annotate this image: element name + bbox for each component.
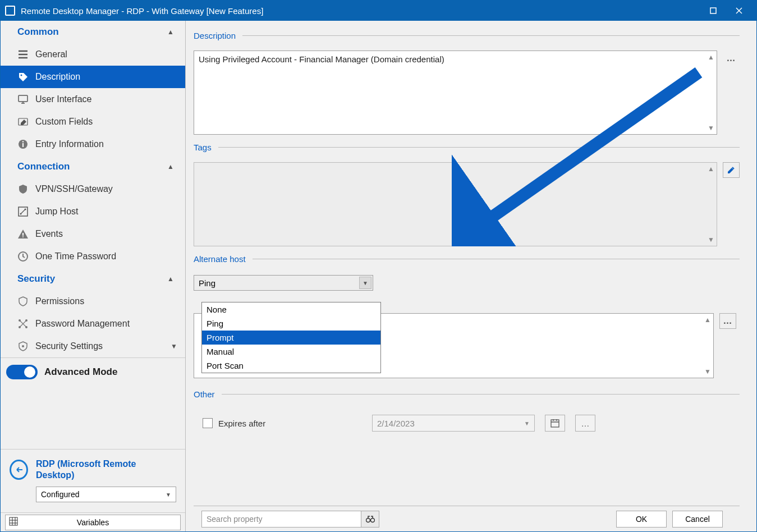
rdp-icon (10, 460, 28, 480)
nav-label: One Time Password (35, 251, 116, 262)
nav-label: Entry Information (35, 139, 104, 149)
monitor-icon (17, 94, 29, 105)
titlebar: Remote Desktop Manager - RDP - With Gate… (1, 1, 756, 21)
search-property-input[interactable]: Search property (201, 511, 361, 528)
window-title: Remote Desktop Manager - RDP - With Gate… (21, 6, 700, 16)
tags-edit-button[interactable] (723, 162, 740, 178)
nav-permissions[interactable]: Permissions (1, 290, 185, 313)
description-group: Description (194, 31, 740, 40)
option-prompt[interactable]: Prompt (202, 331, 380, 345)
cancel-button[interactable]: Cancel (672, 511, 723, 528)
nav-custom-fields[interactable]: Custom Fields (1, 111, 185, 133)
other-group: Other (194, 389, 740, 399)
option-ping[interactable]: Ping (202, 317, 380, 331)
detail-panel: Description Using Privileged Account - F… (186, 21, 756, 531)
rdp-sub-panel: RDP (Microsoft Remote Desktop) Configure… (1, 449, 185, 512)
shield-gear-icon (17, 341, 29, 352)
svg-point-23 (366, 518, 370, 522)
warning-icon (17, 228, 29, 240)
description-more-button[interactable]: … (723, 51, 740, 66)
calendar-button[interactable] (545, 415, 565, 432)
nav-description[interactable]: Description (1, 66, 185, 88)
alternate-host-mode-dropdown: None Ping Prompt Manual Port Scan (201, 302, 381, 373)
section-label: Connection (17, 161, 70, 172)
maximize-button[interactable] (700, 1, 726, 21)
scroll-down-icon[interactable]: ▼ (704, 368, 711, 375)
svg-rect-7 (22, 143, 24, 147)
nav-password-management[interactable]: Password Management (1, 313, 185, 335)
svg-point-24 (370, 518, 374, 522)
nav-label: VPN/SSH/Gateway (35, 184, 113, 194)
advanced-mode-toggle[interactable] (6, 365, 38, 379)
nav-label: Description (35, 72, 80, 82)
tags-box[interactable]: ▲ ▼ (194, 162, 717, 246)
scroll-down-icon[interactable]: ▼ (708, 124, 714, 132)
footer: Search property OK Cancel (194, 506, 740, 531)
section-connection[interactable]: Connection ▲ (1, 155, 185, 178)
nav-vpn-ssh-gateway[interactable]: VPN/SSH/Gateway (1, 178, 185, 200)
svg-rect-12 (22, 233, 24, 236)
binoculars-icon (366, 515, 375, 523)
info-icon (17, 139, 29, 150)
nav-label: Custom Fields (35, 117, 93, 127)
nav-user-interface[interactable]: User Interface (1, 88, 185, 111)
nav-jump-host[interactable]: Jump Host (1, 200, 185, 223)
alternate-host-mode-combo[interactable]: Ping ▼ (194, 275, 373, 291)
expires-after-checkbox[interactable] (203, 418, 213, 428)
scroll-up-icon[interactable]: ▲ (708, 53, 714, 61)
option-port-scan[interactable]: Port Scan (202, 359, 380, 373)
chevron-up-icon: ▲ (167, 163, 174, 171)
svg-rect-21 (551, 420, 559, 427)
configured-combo[interactable]: Configured ▼ (36, 487, 176, 502)
section-label: Common (17, 26, 59, 38)
svg-point-3 (21, 75, 22, 76)
configured-value: Configured (41, 490, 80, 499)
svg-rect-20 (10, 517, 17, 525)
section-common[interactable]: Common ▲ (1, 21, 185, 43)
expires-after-date[interactable]: 2/14/2023 ▼ (372, 415, 535, 432)
nav-label: Security Settings (35, 341, 103, 351)
clock-icon (17, 251, 29, 262)
scroll-up-icon[interactable]: ▲ (704, 316, 711, 324)
option-manual[interactable]: Manual (202, 345, 380, 359)
nav-security-settings[interactable]: Security Settings ▼ (1, 335, 185, 357)
svg-rect-4 (19, 95, 27, 102)
advanced-mode-label: Advanced Mode (44, 366, 117, 378)
svg-rect-0 (710, 8, 716, 13)
chevron-down-icon[interactable]: ▼ (359, 277, 371, 289)
nav-otp[interactable]: One Time Password (1, 245, 185, 268)
variables-button[interactable]: Variables (5, 515, 181, 530)
sidebar: Common ▲ General Description User Interf… (1, 21, 186, 531)
edit-icon (17, 116, 29, 127)
chevron-up-icon: ▲ (167, 28, 174, 36)
date-more-button[interactable]: … (575, 415, 595, 432)
option-none[interactable]: None (202, 302, 380, 317)
description-label: Description (194, 31, 236, 40)
svg-point-13 (22, 236, 24, 237)
alternate-host-group: Alternate host (194, 254, 740, 264)
ok-button[interactable]: OK (616, 511, 667, 528)
alternate-host-more-button[interactable]: … (719, 313, 736, 329)
tags-label: Tags (194, 143, 212, 152)
scroll-up-icon[interactable]: ▲ (708, 165, 714, 173)
expires-after-value: 2/14/2023 (377, 419, 415, 428)
other-label: Other (194, 389, 215, 399)
menu-icon (17, 49, 29, 60)
nav-label: General (35, 49, 67, 59)
nav-label: Password Management (35, 319, 130, 329)
shield-icon (17, 184, 29, 195)
nav-entry-information[interactable]: Entry Information (1, 133, 185, 155)
nav-label: Jump Host (35, 207, 78, 217)
grid-icon (9, 517, 18, 528)
description-value: Using Privileged Account - Financial Man… (199, 54, 444, 64)
scroll-down-icon[interactable]: ▼ (708, 236, 714, 244)
nav-label: Permissions (35, 296, 84, 306)
tags-group: Tags (194, 143, 740, 152)
close-button[interactable] (726, 1, 752, 21)
nav-general[interactable]: General (1, 43, 185, 66)
search-button[interactable] (361, 511, 379, 528)
nav-events[interactable]: Events (1, 223, 185, 245)
section-security[interactable]: Security ▲ (1, 268, 185, 290)
description-textarea[interactable]: Using Privileged Account - Financial Man… (194, 51, 717, 135)
alternate-host-mode-value: Ping (199, 278, 215, 288)
